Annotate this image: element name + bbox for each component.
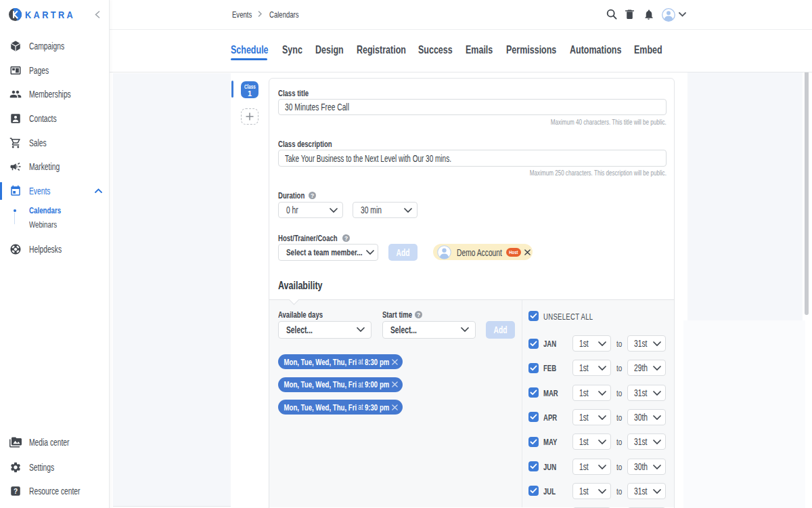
svg-text:?: ? [14, 488, 18, 495]
